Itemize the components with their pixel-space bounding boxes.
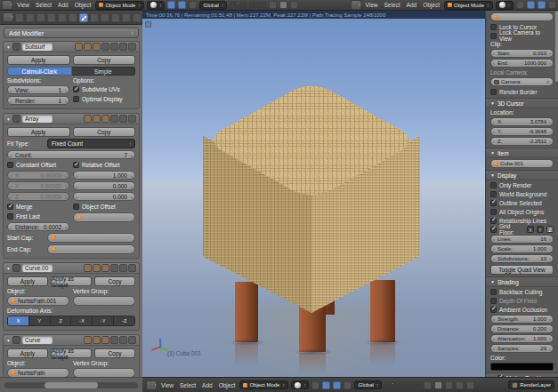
viewport-visibility-icon[interactable] — [93, 264, 101, 272]
curve2-vertex-group-field[interactable] — [73, 368, 135, 377]
render-visibility-icon[interactable] — [75, 43, 83, 51]
simple-toggle[interactable]: Simple — [72, 67, 136, 76]
render-opengl-anim-icon[interactable] — [466, 381, 474, 389]
viewport-3d[interactable]: Time:00:36.76 | Remaining:01:51.48 | Mem… — [142, 11, 485, 377]
transform-orientation-dropdown[interactable]: Global — [199, 1, 227, 10]
move-up-icon[interactable] — [110, 264, 118, 272]
grid-scale-slider[interactable]: Scale: 1.000 — [490, 244, 554, 253]
editor-type-icon-2[interactable] — [351, 0, 361, 10]
curve1-apply-button[interactable]: Apply — [7, 276, 48, 286]
grid-floor-checkbox[interactable] — [490, 227, 497, 233]
outline-selected-checkbox[interactable] — [490, 200, 497, 206]
render-layer-field[interactable]: RenderLayer — [508, 380, 554, 389]
ambient-occlusion-checkbox[interactable] — [490, 307, 497, 313]
tab-material-icon[interactable] — [101, 13, 109, 22]
tab-constraints-icon[interactable] — [69, 13, 77, 22]
expand-icon[interactable]: ▼ — [6, 338, 11, 343]
toggle-quad-view-button[interactable]: Toggle Quad View — [490, 265, 554, 275]
section-shading[interactable]: Shading — [486, 276, 558, 287]
menu-select[interactable]: Select — [178, 382, 198, 388]
menu-select-2[interactable]: Select — [383, 2, 402, 8]
edit-mode-visibility-icon[interactable] — [101, 115, 109, 123]
array-header[interactable]: ▼ Array — [4, 114, 139, 124]
render-border-checkbox[interactable] — [490, 89, 497, 95]
manipulator-rotate-icon[interactable] — [178, 1, 186, 9]
render-visibility-icon[interactable] — [84, 115, 92, 123]
tab-scene-icon[interactable] — [36, 13, 45, 22]
curve2-object-field[interactable]: NurbsPath — [7, 368, 69, 377]
move-up-icon[interactable] — [110, 336, 118, 344]
grid-y-toggle[interactable]: Y — [537, 226, 544, 233]
manipulator-scale-icon[interactable] — [189, 1, 197, 9]
catmull-clark-toggle[interactable]: Catmull-Clark — [7, 67, 72, 76]
curve2-header[interactable]: ▼ Curve — [4, 335, 139, 346]
delete-modifier-icon[interactable] — [128, 264, 136, 272]
curve1-object-field[interactable]: NurbsPath.001 — [7, 296, 69, 306]
section-display[interactable]: Display — [486, 170, 558, 180]
backface-culling-checkbox[interactable] — [490, 289, 497, 295]
move-down-icon[interactable] — [119, 336, 127, 344]
viewport-visibility-icon[interactable] — [84, 43, 92, 51]
mode-dropdown[interactable]: Object Mode — [95, 1, 144, 10]
clip-start-slider[interactable]: Start: 0.010 — [490, 49, 554, 58]
delete-modifier-icon[interactable] — [128, 115, 136, 123]
manipulator-scale-icon-2[interactable] — [548, 1, 556, 9]
transform-orientation-dropdown[interactable]: Global — [354, 380, 382, 389]
properties-editor-icon[interactable] — [3, 12, 13, 22]
layers-grid-2[interactable] — [404, 382, 421, 388]
tab-render-icon[interactable] — [15, 13, 24, 22]
tab-object-icon[interactable] — [58, 13, 67, 22]
subsurf-view-slider[interactable]: View: 1 — [7, 85, 69, 94]
first-last-checkbox[interactable] — [7, 213, 13, 220]
expand-icon[interactable]: ▼ — [6, 116, 11, 122]
mode-dropdown-2[interactable]: Object Mode — [444, 1, 493, 10]
lock-scene-icon[interactable] — [269, 1, 277, 9]
axis-x-button[interactable]: X — [8, 316, 29, 325]
array-copy-button[interactable]: Copy — [73, 127, 136, 137]
snap-magnet-icon-2[interactable] — [516, 1, 524, 9]
clip-end-slider[interactable]: End: 1000.000 — [490, 59, 554, 68]
cursor-y-slider[interactable]: Y: -9.3648 — [490, 127, 554, 136]
layers-grid-1[interactable] — [230, 2, 247, 8]
move-up-icon[interactable] — [110, 43, 118, 51]
lock-object-field[interactable] — [490, 12, 554, 21]
viewport-shading-dropdown[interactable] — [147, 1, 166, 10]
object-offset-field[interactable] — [73, 212, 135, 222]
render-visibility-icon[interactable] — [84, 336, 92, 344]
curve2-name-field[interactable]: Curve — [22, 336, 53, 344]
scrollbar-thumb[interactable] — [44, 382, 98, 388]
subsurf-header[interactable]: ▼ Subsurf — [4, 42, 139, 52]
subsurf-render-slider[interactable]: Render: 1 — [7, 96, 69, 105]
expand-icon[interactable]: ▼ — [6, 266, 11, 271]
delete-modifier-icon[interactable] — [128, 336, 136, 344]
menu-select[interactable]: Select — [34, 2, 53, 8]
merge-checkbox[interactable] — [7, 204, 13, 210]
merge-distance-slider[interactable]: Distance: 0.0002 — [7, 222, 69, 231]
cursor-z-slider[interactable]: Z: -2.2511 — [490, 137, 554, 146]
tab-object-data-icon[interactable] — [90, 13, 99, 22]
array-name-field[interactable]: Array — [22, 115, 53, 123]
region-collapse-icon[interactable] — [145, 21, 151, 28]
viewport-shading-dropdown[interactable] — [291, 380, 310, 389]
edit-mode-visibility-icon[interactable] — [101, 336, 109, 344]
manipulator-translate-icon[interactable] — [322, 381, 330, 389]
array-count-slider[interactable]: Count: 7 — [7, 150, 135, 159]
end-cap-field[interactable] — [47, 244, 135, 254]
ao-color-swatch[interactable] — [490, 363, 554, 371]
fit-type-dropdown[interactable]: Fixed Count — [47, 139, 135, 148]
only-render-checkbox[interactable] — [490, 182, 497, 188]
move-down-icon[interactable] — [119, 43, 127, 51]
menu-add[interactable]: Add — [56, 2, 70, 8]
curve1-header[interactable]: ▼ Curve.00 — [4, 263, 139, 274]
layers-grid-2[interactable] — [249, 2, 266, 8]
mode-dropdown[interactable]: Object Mode — [239, 380, 288, 389]
cage-icon[interactable] — [101, 43, 109, 51]
curve1-copy-button[interactable]: Copy — [94, 276, 135, 286]
section-item[interactable]: Item — [486, 148, 558, 158]
grid-lines-slider[interactable]: Lines: 16 — [490, 235, 554, 244]
render-opengl-icon[interactable] — [456, 381, 464, 389]
all-object-origins-checkbox[interactable] — [490, 209, 497, 215]
menu-add[interactable]: Add — [200, 382, 214, 388]
grid-subdivisions-slider[interactable]: Subdivisions: 10 — [490, 254, 554, 263]
axis-negx-button[interactable]: -X — [71, 316, 93, 325]
